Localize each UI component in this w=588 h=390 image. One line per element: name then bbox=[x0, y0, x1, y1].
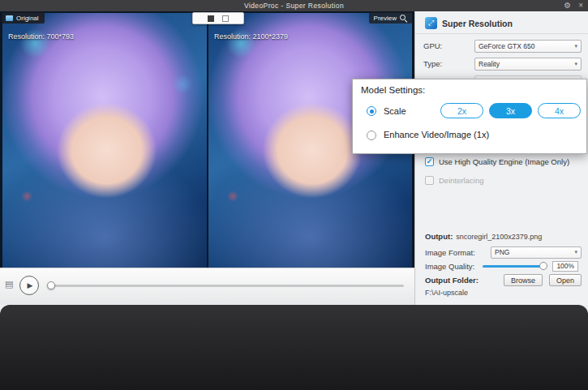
single-view-icon bbox=[208, 15, 214, 22]
deinterlacing-label: Deinterlacing bbox=[439, 176, 483, 185]
preview-button[interactable]: Preview bbox=[369, 12, 412, 24]
image-quality-value: 100% bbox=[552, 261, 578, 272]
output-filename: sncoregirl_2100x2379.png bbox=[456, 233, 542, 241]
play-button[interactable]: ▶ bbox=[19, 276, 39, 295]
deinterlacing-checkbox[interactable] bbox=[425, 176, 434, 185]
image-format-select[interactable]: PNG ▾ bbox=[491, 246, 582, 259]
type-label: Type: bbox=[423, 59, 442, 68]
chevron-down-icon: ▾ bbox=[574, 61, 577, 67]
preview-area: Original Preview Resolution: 700*793 Res… bbox=[0, 11, 414, 305]
type-select[interactable]: Reality ▾ bbox=[474, 58, 582, 71]
scale-radio-label[interactable]: Scale bbox=[384, 106, 406, 116]
enhance-radio[interactable] bbox=[367, 131, 376, 140]
sidebar-title: Super Resolution bbox=[442, 19, 513, 28]
settings-gear-icon[interactable]: ⚙ bbox=[564, 0, 571, 11]
image-quality-slider-handle[interactable] bbox=[539, 262, 547, 270]
original-label: Original bbox=[16, 15, 39, 22]
seek-handle[interactable] bbox=[47, 281, 55, 289]
image-format-label: Image Format: bbox=[425, 248, 475, 257]
image-quality-slider[interactable] bbox=[483, 265, 544, 268]
type-value: Reality bbox=[479, 60, 500, 68]
chevron-down-icon: ▾ bbox=[574, 43, 577, 49]
model-settings-popup: Model Settings: Scale 2x 3x 4x Enhance V… bbox=[352, 79, 587, 154]
scale-4x-button[interactable]: 4x bbox=[538, 103, 581, 118]
transport-bar: ▤ ▶ bbox=[0, 268, 414, 305]
scale-3x-button[interactable]: 3x bbox=[489, 103, 532, 118]
high-quality-label: Use High Quality Engine (Image Only) bbox=[439, 157, 569, 166]
enhance-radio-label[interactable]: Enhance Video/Image (1x) bbox=[384, 130, 489, 139]
original-image bbox=[2, 13, 207, 268]
split-view-icon bbox=[222, 15, 229, 22]
output-label: Output: bbox=[425, 232, 453, 241]
scale-radio[interactable] bbox=[367, 106, 376, 116]
media-bar: + Add Media ‹ › snowmont.jpg × sncoregir… bbox=[0, 305, 588, 390]
image-quality-label: Image Quality: bbox=[425, 262, 474, 271]
image-icon bbox=[6, 15, 13, 21]
app-window: VideoProc - Super Resolution ⚙ × Origina… bbox=[0, 0, 588, 390]
model-settings-title: Model Settings: bbox=[361, 85, 425, 95]
output-path: F:\AI-upscale bbox=[425, 289, 468, 297]
browse-button[interactable]: Browse bbox=[504, 274, 543, 286]
compare-mode-toggle[interactable] bbox=[192, 12, 244, 24]
preview-label: Preview bbox=[374, 15, 397, 22]
output-folder-label: Output Folder: bbox=[425, 276, 479, 285]
close-icon[interactable]: × bbox=[578, 0, 583, 11]
settings-sidebar: ⤢ Super Resolution GPU: GeForce GTX 650 … bbox=[414, 11, 588, 305]
high-quality-checkbox[interactable]: ✓ bbox=[425, 157, 434, 166]
gpu-value: GeForce GTX 650 bbox=[479, 42, 534, 50]
scale-2x-button[interactable]: 2x bbox=[440, 103, 483, 118]
original-resolution: Resolution: 700*793 bbox=[8, 32, 74, 41]
window-title: VideoProc - Super Resolution bbox=[244, 2, 344, 10]
image-format-value: PNG bbox=[495, 248, 509, 256]
divider bbox=[415, 33, 588, 34]
titlebar: VideoProc - Super Resolution ⚙ × bbox=[0, 0, 588, 11]
original-badge: Original bbox=[2, 12, 45, 24]
open-button[interactable]: Open bbox=[549, 274, 582, 286]
super-resolution-icon: ⤢ bbox=[425, 17, 437, 29]
grid-view-icon[interactable]: ▤ bbox=[5, 279, 13, 289]
chevron-down-icon: ▾ bbox=[574, 249, 577, 255]
seek-track[interactable] bbox=[50, 285, 404, 287]
magnifier-icon bbox=[400, 15, 407, 22]
gpu-label: GPU: bbox=[423, 41, 442, 50]
play-icon: ▶ bbox=[28, 281, 33, 289]
gpu-select[interactable]: GeForce GTX 650 ▾ bbox=[474, 40, 582, 53]
upscaled-resolution: Resolution: 2100*2379 bbox=[214, 32, 288, 41]
